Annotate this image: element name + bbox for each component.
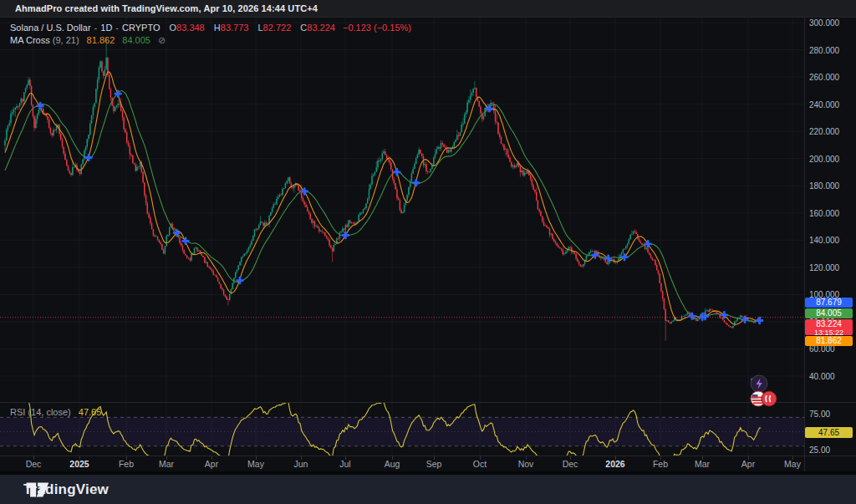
pane-divider [0,456,856,456]
price-tick: 300.000 [809,18,853,27]
pane-divider[interactable] [0,402,856,403]
price-tick: 40.000 [809,372,853,381]
price-tick: 280.000 [809,45,853,54]
time-tick: Apr [205,457,218,471]
price-badge: 81.862 [805,336,853,346]
price-badge: 84.005 [805,308,853,318]
ma-cross-marker [413,180,419,186]
snapshot-footer: TradingView [0,475,856,504]
snapshot-header: AhmadPro created with TradingView.com, A… [0,0,856,17]
tradingview-logo[interactable] [23,479,52,500]
ma-cross-marker [86,155,92,160]
snapshot-title: AhmadPro created with TradingView.com, A… [15,3,318,13]
rsi-title: RSI [10,407,25,417]
ma1-value: 81.862 [87,35,115,45]
time-tick: Oct [473,457,487,471]
ma2-value: 84.005 [122,35,150,45]
boost-icon[interactable] [751,375,767,392]
ma-cross-title: MA Cross [10,35,50,45]
low-value: 82.722 [263,23,292,33]
actions-canvas [746,373,780,408]
open-label: O [170,23,177,33]
ma-cross-marker [645,242,651,247]
open-value: 83.348 [176,23,205,33]
ma-cross-marker [757,318,762,323]
rsi-badge: 47.65 [805,427,853,438]
time-tick: May [784,457,801,471]
high-value: 83.773 [221,23,249,33]
ma-cross-legend[interactable]: MA Cross (9, 21) 81.862 84.005 ⊘ [10,34,166,47]
ma-cross-marker [395,170,400,176]
symbol-interval: 1D [100,23,112,33]
pane-divider [0,17,856,18]
price-badge: 83.22413:15:22 [805,319,853,335]
time-tick: Dec [26,457,42,471]
price-tick: 160.000 [809,208,853,217]
time-tick: May [247,457,264,471]
time-tick: Sep [426,457,442,471]
time-tick: Mar [159,457,174,471]
ma-cross-params: (9, 21) [53,35,79,45]
reaction-icons[interactable] [751,391,777,406]
time-tick: 2026 [605,457,624,471]
price-tick: 200.000 [809,154,853,163]
price-tick: 220.000 [809,127,853,136]
time-tick: Mar [695,457,710,471]
time-tick: Jul [339,457,350,471]
tradingview-snapshot: AhmadPro created with TradingView.com, A… [0,0,856,504]
price-chart-canvas[interactable] [0,17,804,402]
price-tick: 240.000 [809,99,853,109]
time-tick: Aug [385,457,400,471]
time-tick: 2025 [69,457,89,471]
symbol-name: Solana / U.S. Dollar [10,23,91,33]
rsi-params: (14, close) [28,407,70,417]
time-tick: Nov [518,457,534,471]
symbol-legend[interactable]: Solana / U.S. Dollar-1D-CRYPTO O83.348 H… [10,22,411,34]
time-tick: Apr [741,457,755,471]
price-tick: 260.000 [809,73,853,82]
time-tick: Feb [653,457,668,471]
ma-cross-marker [487,105,492,111]
rsi-legend[interactable]: RSI (14, close) 47.65 [10,406,101,419]
ma-cross-marker [343,232,349,238]
rsi-pane-canvas[interactable] [0,403,804,456]
price-tick: 180.000 [809,181,853,191]
snapshot-actions [746,373,780,408]
indicator-hidden-icon[interactable]: ⊘ [158,35,166,45]
high-label: H [214,23,221,33]
rsi-tick: 75.00 [809,409,853,418]
symbol-market: CRYPTO [122,23,160,33]
price-badge: 87.679 [805,298,853,308]
rsi-value: 47.65 [79,407,102,417]
price-axis-divider [804,17,805,472]
price-tick: 120.000 [809,262,853,272]
rsi-tick: 25.00 [809,445,853,454]
close-value: 83.224 [307,23,335,33]
time-tick: Jun [294,457,308,471]
time-tick: Feb [119,457,134,471]
price-tick: 140.000 [809,236,853,245]
change-value: −0.123 (−0.15%) [343,23,411,33]
time-tick: Dec [563,457,578,471]
